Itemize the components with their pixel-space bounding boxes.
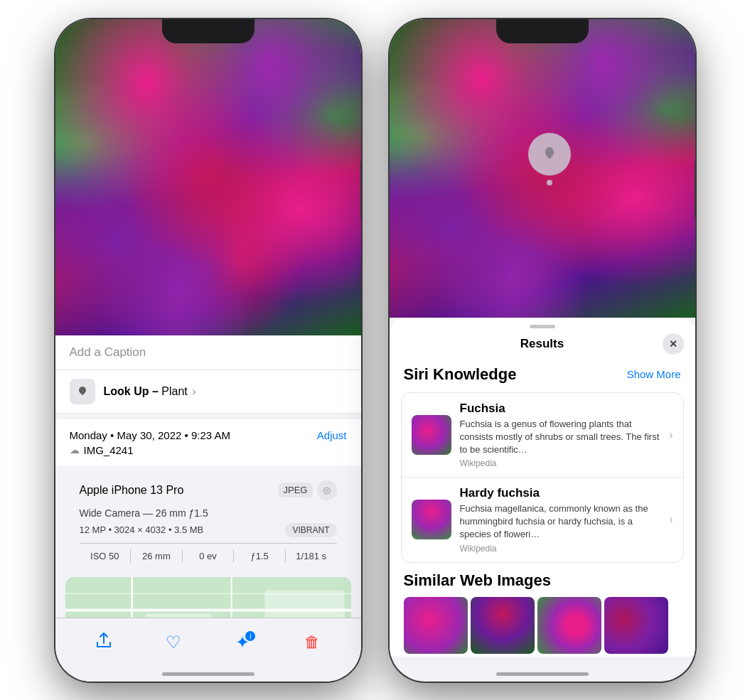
adjust-button[interactable]: Adjust <box>317 429 347 441</box>
camera-resolution: 12 MP • 3024 × 4032 • 3.5 MB <box>80 524 204 535</box>
exif-ev: 0 ev <box>183 549 235 563</box>
cloud-icon: ☁ <box>70 444 80 456</box>
lookup-arrow: › <box>192 385 195 397</box>
camera-badges: JPEG ◎ <box>279 480 337 500</box>
hardy-content: Hardy fuchsia Fuchsia magellanica, commo… <box>460 486 661 554</box>
exif-focal: 26 mm <box>131 549 183 563</box>
info-icon: ✦i <box>235 632 250 652</box>
exif-iso: ISO 50 <box>80 549 132 563</box>
fuchsia-thumb <box>412 415 451 455</box>
show-more-button[interactable]: Show More <box>627 368 681 380</box>
camera-section: Apple iPhone 13 Pro JPEG ◎ Wide Camera —… <box>65 472 351 571</box>
siri-knowledge-header: Siri Knowledge Show More <box>390 360 695 389</box>
notch <box>162 19 255 43</box>
hardy-source: Wikipedia <box>460 544 661 554</box>
visual-lookup-bubble[interactable] <box>528 133 571 176</box>
lookup-label-bold: Look Up – <box>104 385 159 397</box>
lookup-subject: Plant <box>161 385 187 397</box>
similar-image-4[interactable] <box>604 597 668 654</box>
notch-right <box>496 19 589 43</box>
flower-photo-right[interactable] <box>390 19 695 318</box>
home-indicator-right <box>496 672 589 676</box>
results-panel: Results ✕ Siri Knowledge Show More Fuchs… <box>390 318 695 657</box>
hardy-chevron: › <box>669 513 673 526</box>
results-header: Results ✕ <box>390 328 695 360</box>
delete-button[interactable]: 🗑 <box>296 627 328 658</box>
similar-image-2[interactable] <box>471 597 535 654</box>
camera-resolution-row: 12 MP • 3024 × 4032 • 3.5 MB VIBRANT <box>80 523 337 537</box>
favorite-button[interactable]: ♡ <box>158 627 189 658</box>
share-icon <box>95 631 113 654</box>
date-row: Monday • May 30, 2022 • 9:23 AM Adjust <box>70 429 347 441</box>
tone-badge: VIBRANT <box>285 523 336 537</box>
fuchsia-desc: Fuchsia is a genus of flowering plants t… <box>460 418 661 457</box>
lookup-icon <box>70 379 95 404</box>
similar-image-3[interactable] <box>537 597 601 654</box>
filename-row: ☁ IMG_4241 <box>70 444 347 456</box>
right-phone: Results ✕ Siri Knowledge Show More Fuchs… <box>390 19 695 682</box>
date-text: Monday • May 30, 2022 • 9:23 AM <box>70 429 230 441</box>
trash-icon: 🗑 <box>304 633 320 652</box>
right-screen: Results ✕ Siri Knowledge Show More Fuchs… <box>390 19 695 682</box>
similar-title: Similar Web Images <box>404 571 681 590</box>
hardy-desc: Fuchsia magellanica, commonly known as t… <box>460 502 661 542</box>
fuchsia-chevron: › <box>669 429 673 441</box>
info-section: Monday • May 30, 2022 • 9:23 AM Adjust ☁… <box>55 419 361 466</box>
fuchsia-item[interactable]: Fuchsia Fuchsia is a genus of flowering … <box>402 393 683 478</box>
filename: IMG_4241 <box>84 444 134 456</box>
lookup-row[interactable]: Look Up – Plant › <box>55 370 361 414</box>
fuchsia-name: Fuchsia <box>460 402 661 416</box>
similar-images-row <box>404 597 681 654</box>
hardy-fuchsia-item[interactable]: Hardy fuchsia Fuchsia magellanica, commo… <box>402 478 683 562</box>
exif-aperture: ƒ1.5 <box>234 549 286 563</box>
knowledge-card: Fuchsia Fuchsia is a genus of flowering … <box>401 392 684 563</box>
bubble-dot <box>547 180 552 185</box>
caption-area[interactable]: Add a Caption <box>55 335 361 370</box>
location-icon: ◎ <box>317 480 337 500</box>
similar-image-1[interactable] <box>404 597 468 654</box>
caption-placeholder[interactable]: Add a Caption <box>70 345 146 359</box>
flower-photo-left[interactable] <box>55 19 361 335</box>
share-button[interactable] <box>88 627 119 658</box>
left-phone: Add a Caption Look Up – Plant › Monday •… <box>55 19 361 682</box>
camera-model: Apple iPhone 13 Pro <box>80 484 184 497</box>
camera-model-row: Apple iPhone 13 Pro JPEG ◎ <box>80 480 337 500</box>
results-title: Results <box>520 337 564 351</box>
info-button[interactable]: ✦i <box>227 627 258 658</box>
fuchsia-content: Fuchsia Fuchsia is a genus of flowering … <box>460 402 661 469</box>
home-indicator-left <box>162 672 255 676</box>
hardy-name: Hardy fuchsia <box>460 486 661 500</box>
fuchsia-source: Wikipedia <box>460 458 661 468</box>
lookup-label: Look Up – Plant › <box>104 385 196 398</box>
siri-knowledge-title: Siri Knowledge <box>404 365 517 384</box>
hardy-thumb <box>412 500 451 539</box>
heart-icon: ♡ <box>166 632 181 652</box>
similar-section: Similar Web Images <box>390 566 695 657</box>
camera-lens: Wide Camera — 26 mm ƒ1.5 <box>80 507 337 519</box>
close-button[interactable]: ✕ <box>663 333 684 355</box>
exif-row: ISO 50 26 mm 0 ev ƒ1.5 1/181 s <box>80 543 337 563</box>
left-screen: Add a Caption Look Up – Plant › Monday •… <box>55 19 361 682</box>
format-badge: JPEG <box>279 483 313 497</box>
exif-shutter: 1/181 s <box>286 549 337 563</box>
